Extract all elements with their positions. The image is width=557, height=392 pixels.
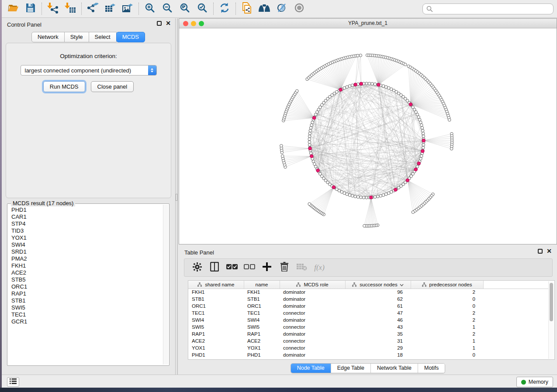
cell[interactable]: STB1 bbox=[188, 296, 244, 303]
close-window-icon[interactable] bbox=[183, 21, 188, 26]
show-details-button[interactable] bbox=[291, 1, 308, 16]
network-canvas[interactable] bbox=[179, 28, 557, 244]
cell[interactable]: YOX1 bbox=[188, 344, 244, 351]
show-columns-button[interactable] bbox=[208, 261, 221, 275]
zoom-selected-button[interactable] bbox=[194, 1, 211, 16]
import-table-button[interactable] bbox=[62, 1, 79, 16]
zoom-in-button[interactable] bbox=[141, 1, 159, 16]
cell[interactable]: 2 bbox=[411, 289, 483, 296]
export-image-button[interactable] bbox=[119, 1, 136, 16]
table-row[interactable]: STB1STB1dominator620 bbox=[188, 296, 549, 303]
close-panel-icon[interactable]: ✕ bbox=[547, 249, 552, 254]
cell[interactable]: RAP1 bbox=[188, 330, 244, 337]
show-panels-button[interactable] bbox=[7, 377, 19, 387]
cell[interactable]: 61 bbox=[345, 303, 411, 309]
maximize-window-icon[interactable] bbox=[199, 21, 204, 26]
float-panel-icon[interactable] bbox=[538, 249, 543, 254]
cell[interactable]: dominator bbox=[280, 303, 345, 309]
column-header-shared-name[interactable]: shared name bbox=[188, 281, 244, 289]
tab-select[interactable]: Select bbox=[89, 32, 117, 42]
cell[interactable]: SWI4 bbox=[188, 316, 244, 323]
cell[interactable]: 31 bbox=[345, 337, 411, 344]
criterion-select[interactable]: largest connected component (undirected) bbox=[21, 65, 157, 76]
cell[interactable]: 1 bbox=[411, 337, 483, 344]
cell[interactable]: 43 bbox=[345, 323, 411, 330]
close-panel-icon[interactable]: ✕ bbox=[166, 21, 171, 26]
column-header-MCDS-role[interactable]: MCDS role bbox=[280, 281, 345, 289]
table-row[interactable]: TEC1TEC1connector472 bbox=[188, 309, 549, 316]
search-input[interactable] bbox=[435, 4, 553, 14]
table-row[interactable]: FKH1FKH1dominator962 bbox=[188, 289, 549, 296]
cell[interactable]: STB1 bbox=[244, 296, 280, 303]
deselect-all-button[interactable] bbox=[243, 261, 256, 275]
tab-style[interactable]: Style bbox=[64, 32, 89, 42]
delete-column-button[interactable] bbox=[278, 261, 291, 275]
vertical-splitter[interactable] bbox=[175, 18, 178, 375]
cell[interactable]: RAP1 bbox=[244, 330, 280, 337]
clone-network-button[interactable] bbox=[238, 1, 256, 16]
cell[interactable]: PHD1 bbox=[188, 351, 244, 358]
tab-network[interactable]: Network bbox=[31, 32, 65, 42]
column-header-successor-nodes[interactable]: successor nodes bbox=[345, 281, 411, 289]
cell[interactable]: 2 bbox=[411, 309, 483, 316]
cell[interactable]: FKH1 bbox=[188, 289, 244, 296]
tab-node-table[interactable]: Node Table bbox=[291, 364, 331, 373]
column-header-predecessor-nodes[interactable]: predecessor nodes bbox=[411, 281, 483, 289]
cell[interactable]: ORC1 bbox=[244, 303, 280, 309]
table-scrollbar[interactable] bbox=[548, 281, 554, 359]
table-scrollbar-thumb[interactable] bbox=[550, 283, 553, 321]
tab-mcds[interactable]: MCDS bbox=[116, 32, 145, 42]
cell[interactable]: 1 bbox=[411, 323, 483, 330]
mcds-result-list[interactable]: PHD1CAR1STP4TID3YOX1SWI4SRD1PMA2FKH1ACE2… bbox=[7, 206, 163, 364]
cell[interactable]: ORC1 bbox=[188, 303, 244, 309]
table-row[interactable]: RAP1RAP1dominator352 bbox=[188, 330, 549, 337]
cell[interactable]: dominator bbox=[280, 351, 345, 358]
export-network-button[interactable] bbox=[84, 1, 101, 16]
cell[interactable]: 0 bbox=[411, 303, 483, 309]
cell[interactable]: connector bbox=[280, 337, 345, 344]
cell[interactable]: 62 bbox=[345, 296, 411, 303]
cell[interactable]: connector bbox=[280, 344, 345, 351]
cell[interactable]: SWI4 bbox=[244, 316, 280, 323]
open-file-button[interactable] bbox=[4, 1, 22, 16]
cell[interactable]: 1 bbox=[411, 344, 483, 351]
table-row[interactable]: SWI4SWI4dominator462 bbox=[188, 316, 549, 323]
cell[interactable]: connector bbox=[280, 323, 345, 330]
cell[interactable]: 2 bbox=[411, 316, 483, 323]
column-header-name[interactable]: name bbox=[244, 281, 280, 289]
cell[interactable]: dominator bbox=[280, 289, 345, 296]
table-row[interactable]: ACE2ACE2connector311 bbox=[188, 337, 549, 344]
table-row[interactable]: ORC1ORC1dominator610 bbox=[188, 303, 549, 309]
export-table-button[interactable] bbox=[101, 1, 119, 16]
cell[interactable]: FKH1 bbox=[244, 289, 280, 296]
hide-details-button[interactable] bbox=[273, 1, 291, 16]
cell[interactable]: 18 bbox=[345, 351, 411, 358]
refresh-button[interactable] bbox=[216, 1, 233, 16]
splitter-handle[interactable] bbox=[176, 194, 177, 201]
cell[interactable]: 29 bbox=[345, 344, 411, 351]
minimize-window-icon[interactable] bbox=[191, 21, 196, 26]
cell[interactable]: PHD1 bbox=[244, 351, 280, 358]
create-column-button[interactable] bbox=[260, 261, 273, 275]
cell[interactable]: 47 bbox=[345, 309, 411, 316]
network-graph[interactable] bbox=[179, 28, 557, 244]
cell[interactable]: 0 bbox=[411, 351, 483, 358]
cell[interactable]: ACE2 bbox=[244, 337, 280, 344]
mcds-result-scrollbar[interactable] bbox=[163, 205, 168, 364]
cell[interactable]: 96 bbox=[345, 289, 411, 296]
cell[interactable]: ACE2 bbox=[188, 337, 244, 344]
cell[interactable]: dominator bbox=[280, 316, 345, 323]
table-row[interactable]: PHD1PHD1dominator180 bbox=[188, 351, 549, 358]
cell[interactable]: 0 bbox=[411, 296, 483, 303]
float-panel-icon[interactable] bbox=[157, 21, 162, 26]
tab-network-table[interactable]: Network Table bbox=[370, 364, 418, 373]
cell[interactable]: TEC1 bbox=[244, 309, 280, 316]
table-row[interactable]: YOX1YOX1connector291 bbox=[188, 344, 549, 351]
cell[interactable]: 35 bbox=[345, 330, 411, 337]
cell[interactable]: dominator bbox=[280, 330, 345, 337]
cell[interactable]: SWI5 bbox=[188, 323, 244, 330]
cell[interactable]: 46 bbox=[345, 316, 411, 323]
table-row[interactable]: SWI5SWI5connector431 bbox=[188, 323, 549, 330]
close-panel-button[interactable]: Close panel bbox=[91, 81, 134, 92]
zoom-out-button[interactable] bbox=[159, 1, 176, 16]
